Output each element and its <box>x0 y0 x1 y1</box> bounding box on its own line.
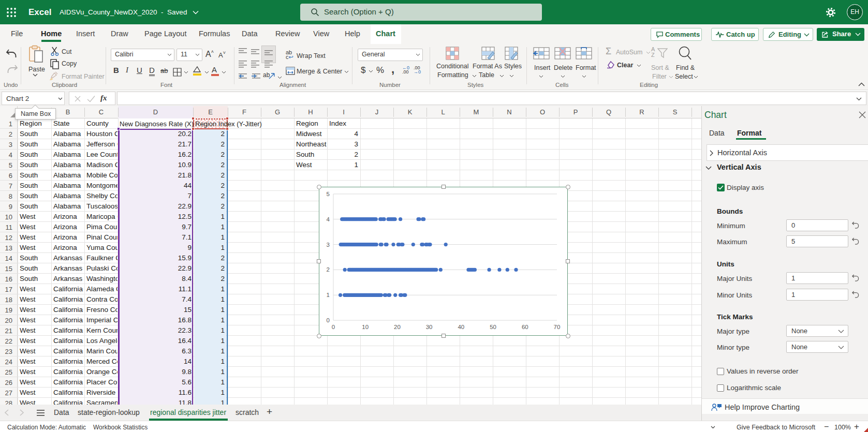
svg-text:70: 70 <box>554 324 561 330</box>
svg-text:5: 5 <box>327 191 330 197</box>
svg-text:20: 20 <box>394 324 401 330</box>
svg-text:40: 40 <box>458 324 464 330</box>
svg-text:10: 10 <box>362 324 369 330</box>
svg-text:1: 1 <box>327 292 330 298</box>
svg-text:3: 3 <box>327 242 330 248</box>
svg-text:50: 50 <box>490 324 496 330</box>
svg-text:4: 4 <box>327 216 330 222</box>
svg-text:2: 2 <box>327 266 330 273</box>
svg-text:0: 0 <box>327 317 330 323</box>
svg-text:30: 30 <box>426 324 433 330</box>
svg-text:0: 0 <box>332 324 335 330</box>
svg-text:60: 60 <box>522 324 528 330</box>
